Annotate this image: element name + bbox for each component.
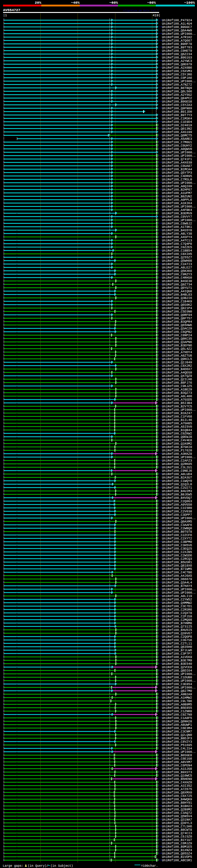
- svg-text:UniRef100_C4V4E8: UniRef100_C4V4E8: [162, 439, 192, 442]
- svg-text:UniRef100_C3G7S6: UniRef100_C3G7S6: [162, 639, 192, 642]
- svg-text:UniRef100_Q0S0K2: UniRef100_Q0S0K2: [162, 303, 192, 307]
- svg-text:UniRef100_A1L4U4: UniRef100_A1L4U4: [162, 22, 192, 26]
- svg-text:UniRef100_C1DUB0: UniRef100_C1DUB0: [162, 676, 192, 679]
- svg-text:UniRef100_C7LSH6: UniRef100_C7LSH6: [162, 825, 192, 828]
- svg-text:UniRef100_B3E7M9: UniRef100_B3E7M9: [162, 659, 192, 662]
- svg-text:UniRef100_A3I352: UniRef100_A3I352: [162, 784, 192, 787]
- svg-text:UniRef100_Q2VCE8: UniRef100_Q2VCE8: [162, 666, 192, 669]
- svg-text:UniRef100_C3EQ25: UniRef100_C3EQ25: [162, 547, 192, 551]
- svg-text:UniRef100_Q8KC35: UniRef100_Q8KC35: [162, 337, 192, 341]
- svg-text:UniRef100_UPI000..: UniRef100_UPI000..: [162, 32, 196, 36]
- svg-text:UniRef100_B2V7C5: UniRef100_B2V7C5: [162, 405, 192, 408]
- svg-text:~80%: ~80%: [147, 1, 156, 5]
- svg-text:UniRef100_C6E1G8: UniRef100_C6E1G8: [162, 757, 192, 761]
- svg-text:UniRef100_B8FJ76: UniRef100_B8FJ76: [162, 381, 192, 384]
- svg-text:UniRef100_A0LI19: UniRef100_A0LI19: [162, 595, 192, 598]
- svg-text:UniRef100_C2ZCF6: UniRef100_C2ZCF6: [162, 534, 192, 537]
- svg-text:UniRef100_C8VZY3: UniRef100_C8VZY3: [162, 740, 192, 744]
- svg-text:UniRef100_C3H5V6: UniRef100_C3H5V6: [162, 544, 192, 547]
- svg-text:UniRef100_B1BH23: UniRef100_B1BH23: [162, 805, 192, 808]
- svg-text:UniRef100_C2PJS9: UniRef100_C2PJS9: [162, 615, 192, 618]
- svg-text:UniRef100_C3CNM7: UniRef100_C3CNM7: [162, 730, 192, 734]
- svg-text:UniRef100_Q731I5: UniRef100_Q731I5: [162, 625, 192, 628]
- svg-text:UniRef100_A1KIK4: UniRef100_A1KIK4: [162, 202, 192, 205]
- svg-text:UniRef100_C2QXT8: UniRef100_C2QXT8: [162, 612, 192, 615]
- svg-text:UniRef100_C3C7D1: UniRef100_C3C7D1: [162, 605, 192, 608]
- svg-text:UniRef100_C1WQY0: UniRef100_C1WQY0: [162, 479, 192, 483]
- svg-text:UniRef100_B7HAY4: UniRef100_B7HAY4: [162, 584, 192, 588]
- svg-text:UniRef100_Q30YL3: UniRef100_Q30YL3: [162, 822, 192, 825]
- svg-text:UniRef100_A0QI09: UniRef100_A0QI09: [162, 185, 192, 188]
- svg-text:UniRef100_Q6Z234: UniRef100_Q6Z234: [162, 53, 192, 56]
- svg-text:UniRef100_C3L2U1: UniRef100_C3L2U1: [162, 466, 192, 469]
- svg-text:UniRef100_C2XYT2: UniRef100_C2XYT2: [162, 537, 192, 540]
- svg-text:=100char.: =100char.: [141, 864, 158, 868]
- svg-text:UniRef100_B5I3B4: UniRef100_B5I3B4: [162, 402, 192, 405]
- svg-text:UniRef100_Q6L506: UniRef100_Q6L506: [162, 90, 192, 93]
- svg-text:UniRef100_A4S199: UniRef100_A4S199: [162, 130, 192, 134]
- svg-text:UniRef100_O66679: UniRef100_O66679: [162, 578, 192, 581]
- svg-text:UniRef100_Q5KXK6: UniRef100_Q5KXK6: [162, 270, 192, 273]
- svg-text:UniRef100_Q255Z7: UniRef100_Q255Z7: [162, 256, 192, 259]
- svg-text:UniRef100_C2U271: UniRef100_C2U271: [162, 486, 192, 490]
- svg-text:UniRef100_B9T783: UniRef100_B9T783: [162, 46, 192, 49]
- svg-text:UniRef100_Q9Z734: UniRef100_Q9Z734: [162, 283, 192, 286]
- svg-text:UniRef100_Q6A4W9: UniRef100_Q6A4W9: [162, 29, 192, 32]
- svg-text:UniRef100_A4X639: UniRef100_A4X639: [162, 161, 192, 164]
- svg-text:UniRef100_UPI000..: UniRef100_UPI000..: [162, 205, 196, 209]
- svg-text:UniRef100_A7GH85: UniRef100_A7GH85: [162, 422, 192, 425]
- svg-text:UniRef100_Q2J849: UniRef100_Q2J849: [162, 361, 192, 364]
- svg-text:UniRef100_Q10WC5: UniRef100_Q10WC5: [162, 774, 192, 777]
- svg-text:UniRef100_Q821P4: UniRef100_Q821P4: [162, 307, 192, 310]
- svg-text:UniRef100_C2Q0G3: UniRef100_C2Q0G3: [162, 500, 192, 503]
- svg-text:UniRef100_C4RHS0: UniRef100_C4RHS0: [162, 276, 192, 280]
- svg-text:UniRef100_Q2LQN0: UniRef100_Q2LQN0: [162, 734, 192, 737]
- svg-text:UniRef100_B9GGC7: UniRef100_B9GGC7: [162, 26, 192, 29]
- svg-text:UniRef100_A0B9M5: UniRef100_A0B9M5: [162, 703, 192, 706]
- svg-text:UniRef100_C5XVM3: UniRef100_C5XVM3: [162, 70, 192, 73]
- svg-text:UniRef100_C1E9D4: UniRef100_C1E9D4: [162, 120, 192, 124]
- svg-text:~100%: ~100%: [184, 1, 195, 5]
- svg-text:UniRef100_Q9EWJ8: UniRef100_Q9EWJ8: [162, 435, 192, 439]
- svg-text:20%: 20%: [35, 1, 41, 5]
- svg-text:UniRef100_A8UWP1: UniRef100_A8UWP1: [162, 723, 192, 727]
- svg-text:UniRef100_B1XNZ4: UniRef100_B1XNZ4: [162, 848, 192, 852]
- svg-text:UniRef100_C6PEN4: UniRef100_C6PEN4: [162, 764, 192, 767]
- svg-text:UniRef100_B1Y1U7: UniRef100_B1Y1U7: [162, 838, 192, 842]
- svg-text:UniRef100_B4WQK9: UniRef100_B4WQK9: [162, 798, 192, 801]
- svg-text:UniRef100_B6TBQ9: UniRef100_B6TBQ9: [162, 87, 192, 90]
- svg-text:UniRef100_Q2ILH6: UniRef100_Q2ILH6: [162, 378, 192, 381]
- svg-text:UniRef100_Q6NH28: UniRef100_Q6NH28: [162, 720, 192, 723]
- svg-text:UniRef100_C6J3Z0: UniRef100_C6J3Z0: [162, 835, 192, 838]
- svg-text:UniRef100_Q3A4L4: UniRef100_Q3A4L4: [162, 581, 192, 584]
- svg-text:UniRef100_B3E540: UniRef100_B3E540: [162, 662, 192, 666]
- svg-text:UniRef100_C0VVY7: UniRef100_C0VVY7: [162, 215, 192, 219]
- svg-text:UniRef100_C5YZA3: UniRef100_C5YZA3: [162, 103, 192, 107]
- svg-text:UniRef100_Q5N5V4: UniRef100_Q5N5V4: [162, 815, 192, 818]
- svg-text:UniRef100_C2RCQ3: UniRef100_C2RCQ3: [162, 557, 192, 561]
- svg-text:UniRef100_B9M1E5: UniRef100_B9M1E5: [162, 845, 192, 848]
- svg-text:UniRef100_UPI000..: UniRef100_UPI000..: [162, 151, 196, 154]
- svg-text:|1: |1: [3, 13, 7, 17]
- svg-text:UniRef100_A9VG50: UniRef100_A9VG50: [162, 503, 192, 506]
- svg-text:UniRef100_A4SFY4: UniRef100_A4SFY4: [162, 236, 192, 239]
- svg-text:UniRef100_UPI000..: UniRef100_UPI000..: [162, 679, 196, 683]
- svg-text:UniRef100_UPI000..: UniRef100_UPI000..: [162, 591, 196, 595]
- svg-text:UniRef100_C2V038: UniRef100_C2V038: [162, 510, 192, 513]
- svg-text:UniRef100_C4DR95: UniRef100_C4DR95: [162, 175, 192, 178]
- svg-text:UniRef100_Q5YTP3: UniRef100_Q5YTP3: [162, 171, 192, 175]
- svg-text:UniRef100_Q741F1: UniRef100_Q741F1: [162, 158, 192, 161]
- svg-text:UniRef100_B5USR1: UniRef100_B5USR1: [162, 561, 192, 564]
- svg-text:UniRef100_C3I5R0: UniRef100_C3I5R0: [162, 506, 192, 510]
- svg-text:UniRef100_B9GES8: UniRef100_B9GES8: [162, 100, 192, 103]
- svg-text:UniRef100_Q2B9M2: UniRef100_Q2B9M2: [162, 808, 192, 811]
- svg-text:UniRef100_A2X6B6: UniRef100_A2X6B6: [162, 66, 192, 70]
- svg-text:UniRef100_C9Z7N9: UniRef100_C9Z7N9: [162, 713, 192, 716]
- svg-text:UniRef100_C2WBQ0: UniRef100_C2WBQ0: [162, 527, 192, 530]
- svg-text:UniRef100_B8HY91: UniRef100_B8HY91: [162, 801, 192, 805]
- svg-text:UniRef100_A7Z675: UniRef100_A7Z675: [162, 787, 192, 791]
- svg-text:UniRef100_C3AQ72: UniRef100_C3AQ72: [162, 811, 192, 815]
- svg-text:UniRef100_A0LUD4: UniRef100_A0LUD4: [162, 473, 192, 476]
- svg-text:UniRef100_B9HF78: UniRef100_B9HF78: [162, 42, 192, 46]
- svg-text:UniRef100_Q3AC29: UniRef100_Q3AC29: [162, 327, 192, 331]
